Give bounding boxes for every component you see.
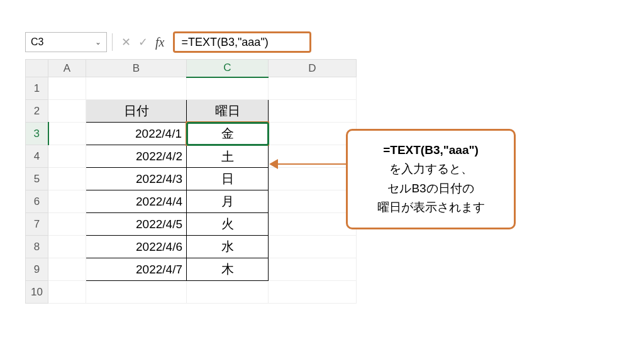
callout-line2: を入力すると、 — [355, 160, 506, 179]
row-header-4[interactable]: 4 — [26, 145, 48, 168]
cell-c8[interactable]: 水 — [187, 236, 269, 258]
cell-a8[interactable] — [48, 236, 86, 258]
cell-d2[interactable] — [269, 100, 357, 123]
cell-d5[interactable] — [269, 168, 357, 190]
cell-a6[interactable] — [48, 190, 86, 213]
cell-b7[interactable]: 2022/4/5 — [86, 213, 187, 236]
cell-a4[interactable] — [48, 145, 86, 168]
chevron-down-icon[interactable]: ⌄ — [95, 38, 101, 47]
row-header-1[interactable]: 1 — [26, 77, 48, 100]
callout-formula: =TEXT(B3,"aaa") — [355, 141, 506, 160]
cell-d9[interactable] — [269, 258, 357, 281]
annotation-arrow-head-icon — [269, 159, 278, 169]
name-box-value: C3 — [31, 36, 43, 48]
cell-c3[interactable]: 金 — [187, 123, 269, 145]
select-all-corner[interactable] — [26, 60, 48, 77]
row-header-2[interactable]: 2 — [26, 100, 48, 123]
cell-c1[interactable] — [187, 77, 269, 100]
callout-line4: 曜日が表示されます — [355, 198, 506, 217]
row-header-5[interactable]: 5 — [26, 168, 48, 190]
annotation-arrow-line — [274, 163, 346, 165]
spreadsheet-grid[interactable]: A B C D 1 2 日付 曜日 3 2022/4/1 金 4 — [25, 59, 625, 304]
cell-b4[interactable]: 2022/4/2 — [86, 145, 187, 168]
cell-a7[interactable] — [48, 213, 86, 236]
callout-line3: セルB3の日付の — [355, 179, 506, 198]
row-header-7[interactable]: 7 — [26, 213, 48, 236]
cell-c2[interactable]: 曜日 — [187, 100, 269, 123]
cell-d1[interactable] — [269, 77, 357, 100]
cell-d8[interactable] — [269, 236, 357, 258]
name-box[interactable]: C3 ⌄ — [25, 32, 107, 52]
cell-d10[interactable] — [269, 281, 357, 304]
cell-b6[interactable]: 2022/4/4 — [86, 190, 187, 213]
row-header-10[interactable]: 10 — [26, 281, 48, 304]
row-header-6[interactable]: 6 — [26, 190, 48, 213]
cell-c7[interactable]: 火 — [187, 213, 269, 236]
cell-d7[interactable] — [269, 213, 357, 236]
cancel-icon[interactable]: ✕ — [121, 35, 131, 49]
cell-c9[interactable]: 木 — [187, 258, 269, 281]
cell-a10[interactable] — [48, 281, 86, 304]
col-header-c[interactable]: C — [187, 60, 269, 77]
cell-b10[interactable] — [86, 281, 187, 304]
cell-b9[interactable]: 2022/4/7 — [86, 258, 187, 281]
row-header-9[interactable]: 9 — [26, 258, 48, 281]
cell-b2[interactable]: 日付 — [86, 100, 187, 123]
cell-c5[interactable]: 日 — [187, 168, 269, 190]
cell-b8[interactable]: 2022/4/6 — [86, 236, 187, 258]
cell-b1[interactable] — [86, 77, 187, 100]
cell-c6[interactable]: 月 — [187, 190, 269, 213]
toolbar-divider — [112, 33, 113, 51]
cell-a2[interactable] — [48, 100, 86, 123]
fx-icon[interactable]: fx — [155, 35, 164, 50]
cell-c10[interactable] — [187, 281, 269, 304]
formula-toolbar: C3 ⌄ ✕ ✓ fx =TEXT(B3,"aaa") — [25, 31, 625, 53]
cell-a3[interactable] — [48, 123, 86, 145]
col-header-d[interactable]: D — [269, 60, 357, 77]
formula-bar-value[interactable]: =TEXT(B3,"aaa") — [181, 36, 268, 49]
cell-d6[interactable] — [269, 190, 357, 213]
row-header-3[interactable]: 3 — [26, 123, 48, 145]
cell-a9[interactable] — [48, 258, 86, 281]
annotation-callout: =TEXT(B3,"aaa") を入力すると、 セルB3の日付の 曜日が表示され… — [346, 129, 516, 229]
cell-a5[interactable] — [48, 168, 86, 190]
cell-a1[interactable] — [48, 77, 86, 100]
formula-bar-buttons: ✕ ✓ fx — [118, 35, 168, 50]
col-header-b[interactable]: B — [86, 60, 187, 77]
cell-b5[interactable]: 2022/4/3 — [86, 168, 187, 190]
col-header-a[interactable]: A — [48, 60, 86, 77]
formula-bar-highlight: =TEXT(B3,"aaa") — [173, 31, 311, 53]
cell-d3[interactable] — [269, 123, 357, 145]
cell-c4[interactable]: 土 — [187, 145, 269, 168]
row-header-8[interactable]: 8 — [26, 236, 48, 258]
column-header-row: A B C D — [26, 60, 357, 77]
confirm-icon[interactable]: ✓ — [138, 35, 148, 49]
cell-b3[interactable]: 2022/4/1 — [86, 123, 187, 145]
